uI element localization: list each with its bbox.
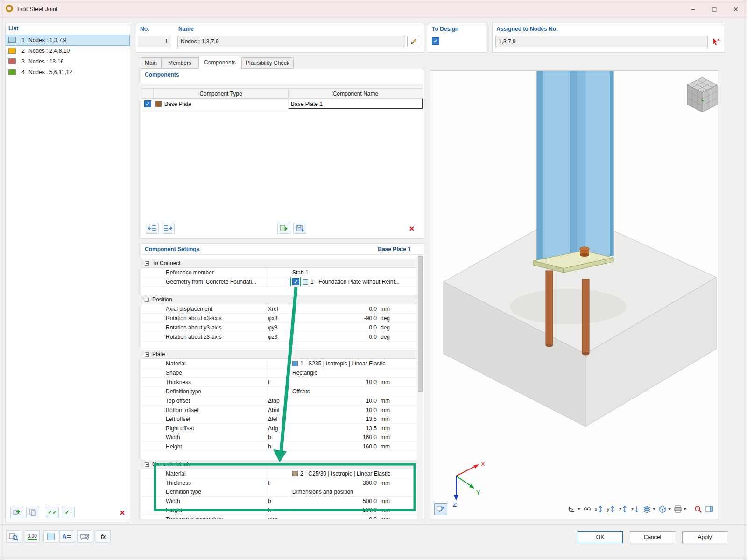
viewport-3d-scene[interactable]: X Y Z [430, 71, 718, 519]
tab-components[interactable]: Components [198, 56, 241, 69]
row-plate-thickness[interactable]: Thickness t 10.0 mm [141, 378, 417, 387]
row-bottom-offset[interactable]: Bottom offset Δbot 10.0 mm [141, 406, 417, 415]
row-value[interactable]: 500.0 [289, 497, 378, 505]
save-component-button[interactable] [293, 223, 306, 234]
zoom-x-button[interactable]: x [593, 504, 605, 515]
titlebar[interactable]: Edit Steel Joint − □ × [0, 0, 747, 18]
row-value[interactable]: 500.0 [289, 505, 378, 514]
color-settings-button[interactable] [43, 530, 58, 543]
check-all-button[interactable]: ✓✓ [46, 507, 59, 518]
row-top-offset[interactable]: Top offset Δtop 10.0 mm [141, 396, 417, 406]
group-plate[interactable]: Plate [141, 350, 417, 359]
row-value[interactable]: 10.0 [289, 396, 378, 405]
row-rotation-x3[interactable]: Rotation about x3-axis φx3 -90.0 deg [141, 314, 417, 323]
copy-joint-button[interactable] [26, 507, 39, 518]
settings-scrollbar[interactable] [417, 255, 423, 519]
row-concrete-width[interactable]: Width b 500.0 mm [141, 497, 417, 506]
font-settings-button[interactable]: A [59, 530, 74, 543]
row-value[interactable]: 0.0 [289, 323, 378, 332]
navigation-cube[interactable] [687, 77, 717, 112]
find-button[interactable] [6, 530, 21, 543]
row-rotation-z3[interactable]: Rotation about z3-axis φz3 0.0 deg [141, 332, 417, 342]
group-to-connect[interactable]: To Connect [141, 259, 417, 268]
row-concrete-thickness[interactable]: Thickness t 300.0 mm [141, 478, 417, 488]
cancel-button[interactable]: Cancel [630, 531, 675, 543]
collapse-icon[interactable] [145, 298, 149, 302]
row-transverse-eccentricity[interactable]: Transverse eccentricity etra 0.0 mm [141, 515, 417, 519]
close-button[interactable]: × [725, 0, 747, 18]
row-value[interactable]: 13.5 [289, 414, 378, 423]
row-concrete-height[interactable]: Height h 500.0 mm [141, 505, 417, 515]
row-plate-shape[interactable]: Shape Rectangle [141, 368, 417, 378]
row-value[interactable]: 13.5 [289, 424, 378, 433]
scrollbar-thumb[interactable] [418, 256, 423, 392]
component-name-cell[interactable]: Base Plate 1 [289, 99, 423, 109]
decimal-places-button[interactable]: 0,00 [25, 530, 40, 543]
row-left-offset[interactable]: Left offset Δlef 13.5 mm [141, 414, 417, 424]
collapse-icon[interactable] [145, 261, 149, 266]
delete-joint-button[interactable]: × [116, 507, 129, 518]
import-component-button[interactable] [146, 223, 159, 234]
edit-name-button[interactable] [407, 36, 420, 47]
row-value[interactable]: 10.0 [289, 378, 378, 386]
row-value[interactable]: Dimensions and position [289, 487, 417, 496]
render-mode-button[interactable] [657, 504, 672, 515]
formula-button[interactable]: fx [96, 530, 111, 543]
export-component-button[interactable] [162, 223, 175, 234]
name-input[interactable] [177, 36, 405, 47]
zoom-y-button[interactable]: y [605, 504, 617, 515]
row-value[interactable]: 300.0 [289, 478, 378, 487]
row-value[interactable]: 10.0 [289, 406, 378, 414]
list-item-1[interactable]: 1 Nodes : 1,3,7,9 [6, 35, 129, 45]
delete-component-button[interactable]: × [405, 223, 418, 234]
geometry-foundation-checkbox[interactable] [292, 278, 299, 285]
row-value[interactable]: 0.0 [289, 304, 378, 313]
assigned-nodes-input[interactable] [495, 36, 708, 47]
zoom-select-button[interactable] [692, 504, 704, 515]
tab-members[interactable]: Members [161, 57, 198, 69]
row-axial-displacement[interactable]: Axial displacement Xref 0.0 mm [141, 304, 417, 314]
group-position[interactable]: Position [141, 295, 417, 304]
viewport-3d[interactable]: X Y Z x y z [430, 70, 718, 519]
row-plate-height[interactable]: Height h 160.0 mm [141, 442, 417, 451]
display-layers-button[interactable] [641, 504, 657, 515]
print-button[interactable] [672, 504, 688, 515]
row-value[interactable]: 160.0 [289, 433, 378, 441]
list-item-3[interactable]: 3 Nodes : 13-16 [6, 56, 129, 67]
row-rotation-y3[interactable]: Rotation about y3-axis φy3 0.0 deg [141, 323, 417, 332]
display-settings-button[interactable] [77, 530, 92, 543]
row-value[interactable]: 2 - C25/30 | Isotropic | Linear Elastic [300, 470, 390, 477]
row-value[interactable]: 0.0 [289, 515, 378, 519]
row-geometry-from-foundation[interactable]: Geometry from 'Concrete Foundati... 1 - … [141, 277, 417, 287]
group-concrete-block[interactable]: Concrete block [141, 460, 417, 469]
copy-component-button[interactable] [277, 223, 290, 234]
view-options-button[interactable] [582, 504, 593, 515]
row-value[interactable]: 1 - Foundation Plate without Reinf... [310, 279, 400, 285]
row-value[interactable]: Stab 1 [289, 268, 417, 277]
row-plate-definition-type[interactable]: Definition type Offsets [141, 387, 417, 396]
row-value[interactable]: 0.0 [289, 332, 378, 341]
row-concrete-definition-type[interactable]: Definition type Dimensions and position [141, 487, 417, 497]
zoom-z-button[interactable]: z [617, 504, 629, 515]
row-right-offset[interactable]: Right offset Δrig 13.5 mm [141, 424, 417, 433]
row-plate-material[interactable]: Material 1 - S235 | Isotropic | Linear E… [141, 359, 417, 368]
collapse-icon[interactable] [145, 352, 149, 357]
row-reference-member[interactable]: Reference member Stab 1 [141, 268, 417, 277]
apply-button[interactable]: Apply [682, 531, 727, 543]
row-value[interactable]: 1 - S235 | Isotropic | Linear Elastic [300, 360, 385, 367]
row-value[interactable]: -90.0 [289, 314, 378, 322]
new-joint-button[interactable] [10, 507, 23, 518]
row-concrete-material[interactable]: Material 2 - C25/30 | Isotropic | Linear… [141, 469, 417, 478]
list-item-4[interactable]: 4 Nodes : 5,6,11,12 [6, 67, 129, 77]
row-value[interactable]: Offsets [289, 387, 417, 396]
ok-button[interactable]: OK [578, 531, 623, 543]
zoom-z-alt-button[interactable]: z [629, 504, 641, 515]
row-plate-width[interactable]: Width b 160.0 mm [141, 433, 417, 442]
coordinate-system-button[interactable] [566, 504, 582, 515]
check-selected-button[interactable]: ✓▫ [62, 507, 75, 518]
panel-toggle-button[interactable] [704, 504, 715, 515]
tab-main[interactable]: Main [141, 57, 161, 69]
tab-plausibility-check[interactable]: Plausibility Check [241, 57, 294, 69]
minimize-button[interactable]: − [682, 0, 704, 18]
row-value[interactable]: 160.0 [289, 442, 378, 451]
